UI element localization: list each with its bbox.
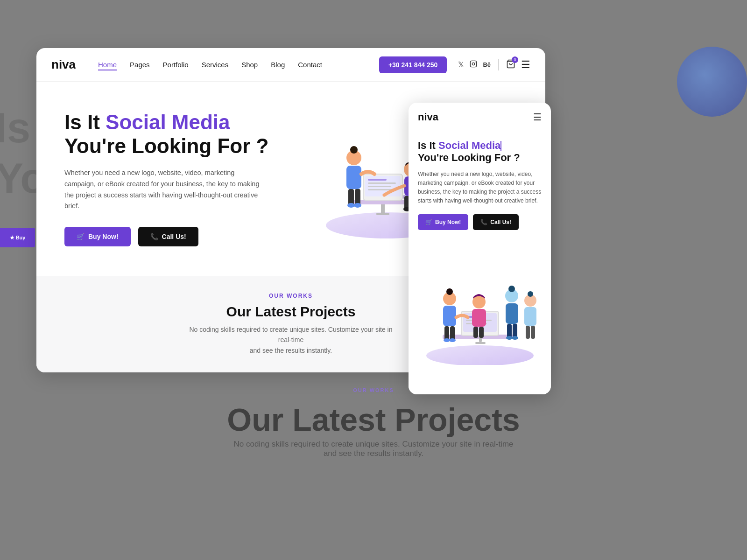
svg-rect-53 <box>513 324 517 338</box>
nav-links: Home Pages Portfolio Services Shop Blog … <box>98 61 379 69</box>
bg-our-works-label: OUR WORKS <box>353 387 394 393</box>
instagram-icon[interactable] <box>470 60 477 70</box>
svg-rect-6 <box>381 204 385 213</box>
twitter-icon[interactable]: 𝕏 <box>458 60 464 69</box>
mobile-navbar: niva ☰ <box>409 103 551 129</box>
call-us-label: Call Us! <box>162 233 186 240</box>
hero-title: Is It Social Media You're Looking For ? <box>64 111 307 158</box>
svg-rect-46 <box>472 309 486 327</box>
svg-rect-58 <box>524 307 536 326</box>
cart-btn-icon: 🛒 <box>77 233 85 240</box>
bg-latest-projects-title: Our Latest Projects <box>227 401 520 438</box>
phone-button[interactable]: +30 241 844 250 <box>379 56 447 73</box>
mobile-hero-title: Is It Social Media You're Looking For ? <box>418 140 542 164</box>
nav-item-portfolio[interactable]: Portfolio <box>163 61 189 69</box>
nav-item-contact[interactable]: Contact <box>298 61 322 69</box>
svg-rect-17 <box>348 189 354 205</box>
svg-rect-40 <box>443 306 456 326</box>
mobile-logo: niva <box>418 111 438 123</box>
buy-now-button[interactable]: 🛒 Buy Now! <box>64 227 131 246</box>
svg-point-55 <box>512 336 518 340</box>
svg-point-44 <box>449 338 456 342</box>
svg-point-43 <box>444 338 450 342</box>
svg-rect-51 <box>506 303 518 324</box>
mobile-buy-label: Buy Now! <box>435 219 461 225</box>
behance-icon[interactable]: Bē <box>483 61 491 68</box>
mobile-illustration <box>409 238 551 394</box>
mobile-title-suffix: You're Looking For ? <box>418 152 520 163</box>
svg-rect-12 <box>368 186 391 187</box>
svg-point-19 <box>347 203 355 208</box>
svg-point-54 <box>506 336 513 340</box>
mobile-title-accent: Social Media <box>438 140 500 151</box>
hero-title-suffix: You're Looking For ? <box>64 134 268 157</box>
svg-rect-59 <box>526 326 530 339</box>
nav-social-icons: 𝕏 Bē 0 ☰ <box>458 59 530 71</box>
svg-rect-47 <box>473 327 478 338</box>
mobile-call-label: Call Us! <box>490 219 511 225</box>
svg-point-20 <box>354 203 361 208</box>
svg-point-2 <box>475 62 475 62</box>
svg-point-50 <box>508 286 515 292</box>
cart-count: 0 <box>512 56 518 63</box>
desktop-navbar: niva Home Pages Portfolio Services Shop … <box>36 48 545 82</box>
nav-item-home[interactable]: Home <box>98 61 117 69</box>
nav-item-blog[interactable]: Blog <box>271 61 285 69</box>
bg-desc: No coding skills required to create uniq… <box>233 440 513 458</box>
svg-rect-7 <box>376 213 389 215</box>
bg-buy-button: ★ Buy <box>0 228 35 247</box>
svg-rect-10 <box>368 179 387 181</box>
svg-rect-11 <box>368 182 396 184</box>
mobile-hamburger-icon[interactable]: ☰ <box>533 112 542 123</box>
desktop-logo: niva <box>51 57 76 72</box>
hero-title-prefix: Is It <box>64 111 106 133</box>
globe-decoration <box>677 47 747 117</box>
svg-point-57 <box>528 291 533 297</box>
hero-description: Whether you need a new logo, website, vi… <box>64 168 265 212</box>
our-works-desc: No coding skills required to create uniq… <box>183 324 398 356</box>
svg-rect-52 <box>507 324 512 338</box>
svg-rect-42 <box>450 326 455 340</box>
svg-point-39 <box>446 288 453 295</box>
mobile-title-prefix: Is It <box>418 140 438 151</box>
cart-icon[interactable]: 0 <box>506 59 515 70</box>
mobile-phone-icon: 📞 <box>480 219 487 225</box>
hero-buttons: 🛒 Buy Now! 📞 Call Us! <box>64 227 307 246</box>
svg-rect-0 <box>471 61 477 67</box>
nav-item-pages[interactable]: Pages <box>130 61 150 69</box>
mobile-call-button[interactable]: 📞 Call Us! <box>473 214 519 230</box>
svg-rect-16 <box>346 166 361 189</box>
nav-item-shop[interactable]: Shop <box>241 61 258 69</box>
nav-item-services[interactable]: Services <box>202 61 229 69</box>
mobile-card: niva ☰ Is It Social Media You're Looking… <box>409 103 551 394</box>
mobile-illustration-svg <box>419 267 541 365</box>
svg-rect-18 <box>355 189 360 205</box>
mobile-cart-icon: 🛒 <box>425 219 432 225</box>
svg-point-1 <box>472 63 475 65</box>
hero-title-accent: Social Media <box>106 111 230 133</box>
mobile-hero: Is It Social Media You're Looking For ? … <box>409 129 551 238</box>
mobile-buy-button[interactable]: 🛒 Buy Now! <box>418 214 468 230</box>
svg-point-29 <box>426 345 534 365</box>
mobile-hero-description: Whether you need a new logo, website, vi… <box>418 170 542 206</box>
svg-point-15 <box>350 146 358 154</box>
svg-rect-60 <box>531 326 535 339</box>
svg-rect-48 <box>479 327 484 338</box>
phone-btn-icon: 📞 <box>150 233 158 240</box>
buy-now-label: Buy Now! <box>88 233 119 240</box>
mobile-buttons: 🛒 Buy Now! 📞 Call Us! <box>418 214 542 230</box>
nav-right: +30 241 844 250 𝕏 Bē 0 ☰ <box>379 56 530 73</box>
svg-rect-41 <box>444 326 449 340</box>
call-us-button[interactable]: 📞 Call Us! <box>138 227 198 246</box>
hamburger-icon[interactable]: ☰ <box>521 59 530 71</box>
cursor-blink <box>500 141 501 151</box>
hero-content: Is It Social Media You're Looking For ? … <box>64 111 307 246</box>
nav-divider <box>498 59 499 70</box>
svg-rect-37 <box>475 342 486 344</box>
